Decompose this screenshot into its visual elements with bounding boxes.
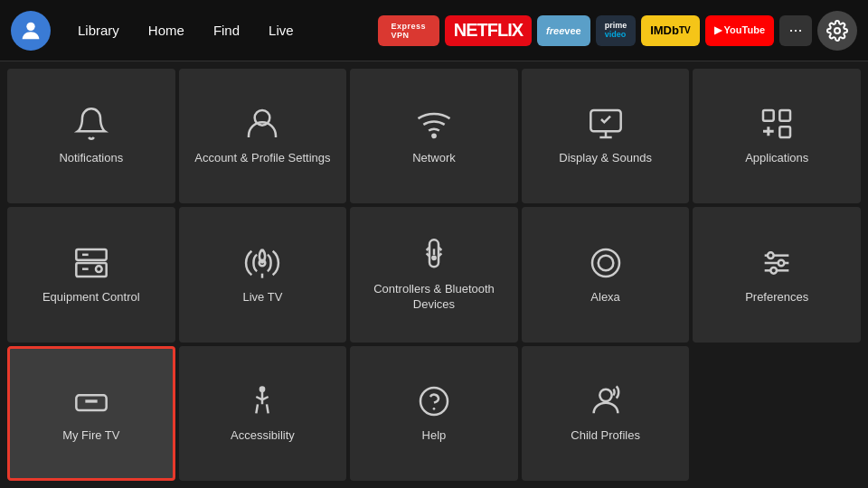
grid-item-equipment-control[interactable]: Equipment Control <box>7 207 175 342</box>
live-tv-label: Live TV <box>242 290 282 305</box>
svg-point-12 <box>96 266 102 272</box>
apps-row: ExpressVPN NETFLIX freevee prime video I… <box>378 11 857 51</box>
grid-item-child-profiles[interactable]: Child Profiles <box>522 346 690 481</box>
grid-item-controllers-bluetooth[interactable]: Controllers & Bluetooth Devices <box>350 207 518 342</box>
accessibility-label: Accessibility <box>231 428 295 444</box>
app-freevee[interactable]: freevee <box>537 15 590 46</box>
grid-item-network[interactable]: Network <box>350 69 518 203</box>
app-expressvpn[interactable]: ExpressVPN <box>378 15 439 46</box>
svg-point-28 <box>778 259 785 266</box>
grid-item-alexa[interactable]: Alexa <box>522 207 690 342</box>
grid-item-applications[interactable]: Applications <box>693 69 861 203</box>
nav-live[interactable]: Live <box>256 17 307 43</box>
grid-item-display-sounds[interactable]: Display & Sounds <box>522 69 690 203</box>
grid-item-help[interactable]: Help <box>350 346 518 481</box>
svg-point-23 <box>598 255 613 270</box>
controllers-bluetooth-label: Controllers & Bluetooth Devices <box>359 282 509 313</box>
display-sounds-label: Display & Sounds <box>559 151 652 166</box>
svg-point-0 <box>26 22 34 30</box>
svg-point-29 <box>771 267 778 274</box>
child-profiles-label: Child Profiles <box>571 428 640 444</box>
alexa-label: Alexa <box>590 290 620 305</box>
settings-grid: Notifications Account & Profile Settings… <box>0 61 868 488</box>
network-label: Network <box>412 151 456 166</box>
svg-rect-9 <box>76 249 106 260</box>
app-imdb[interactable]: IMDbTV <box>641 15 700 46</box>
svg-point-1 <box>835 28 840 33</box>
svg-rect-5 <box>763 110 774 121</box>
svg-point-3 <box>432 135 435 137</box>
grid-item-notifications[interactable]: Notifications <box>7 69 175 203</box>
nav-home[interactable]: Home <box>136 17 197 43</box>
nav-find[interactable]: Find <box>201 17 252 43</box>
svg-point-35 <box>599 389 611 401</box>
grid-item-live-tv[interactable]: Live TV <box>179 207 347 342</box>
svg-point-34 <box>433 408 436 410</box>
settings-gear-button[interactable] <box>817 11 857 51</box>
grid-item-accessibility[interactable]: Accessibility <box>179 346 347 481</box>
empty-cell <box>693 346 861 481</box>
app-prime[interactable]: prime video <box>596 15 637 46</box>
account-profile-label: Account & Profile Settings <box>194 151 330 166</box>
svg-rect-7 <box>780 127 791 138</box>
more-apps-button[interactable]: ··· <box>779 15 812 46</box>
svg-rect-6 <box>780 110 791 121</box>
notifications-label: Notifications <box>59 151 123 166</box>
grid-item-account-profile[interactable]: Account & Profile Settings <box>179 69 347 203</box>
user-avatar[interactable] <box>11 11 51 51</box>
nav-library[interactable]: Library <box>65 17 132 43</box>
svg-point-17 <box>432 257 435 259</box>
svg-point-22 <box>592 249 619 277</box>
preferences-label: Preferences <box>745 290 808 305</box>
my-fire-tv-label: My Fire TV <box>62 428 119 444</box>
svg-point-33 <box>420 388 448 415</box>
topbar: Library Home Find Live ExpressVPN NETFLI… <box>0 0 868 61</box>
nav-links: Library Home Find Live <box>65 17 307 43</box>
app-youtube[interactable]: ▶ YouTube <box>705 15 774 46</box>
svg-point-27 <box>768 252 774 258</box>
app-netflix[interactable]: NETFLIX <box>445 15 532 46</box>
svg-point-32 <box>259 386 266 392</box>
grid-item-preferences[interactable]: Preferences <box>693 207 861 342</box>
svg-rect-30 <box>76 395 106 410</box>
applications-label: Applications <box>745 151 808 166</box>
equipment-control-label: Equipment Control <box>42 290 140 305</box>
grid-item-my-fire-tv[interactable]: My Fire TV <box>7 346 175 481</box>
help-label: Help <box>422 428 447 444</box>
